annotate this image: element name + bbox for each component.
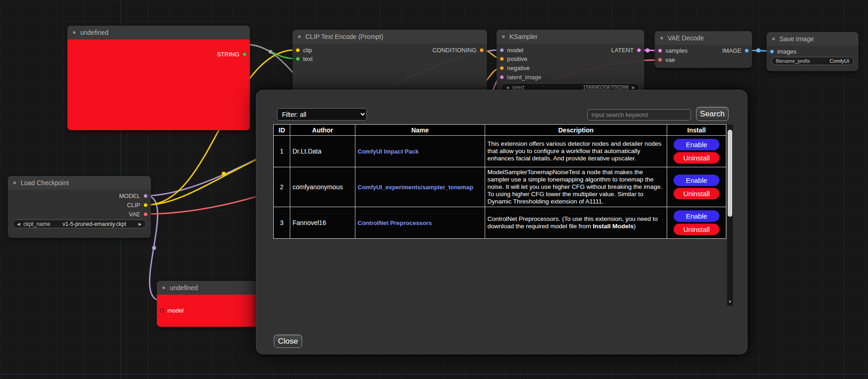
node-title: undefined	[80, 29, 109, 36]
node-title-bar[interactable]: VAE Decode	[655, 31, 752, 45]
extension-author: Fannovel16	[290, 207, 355, 239]
node-collapse-dot-icon[interactable]	[72, 30, 77, 35]
close-button[interactable]: Close	[274, 335, 302, 348]
extension-link[interactable]: ControlNet Preprocessors	[358, 220, 432, 226]
column-header-id: ID	[274, 125, 290, 136]
node-title: CLIP Text Encode (Prompt)	[305, 33, 383, 40]
input-label: latent_image	[507, 74, 541, 81]
output-port-model[interactable]	[144, 194, 148, 198]
input-label: negative	[507, 65, 530, 71]
increment-arrow-icon[interactable]: ▶	[632, 85, 635, 90]
node-title: Load Checkpoint	[21, 179, 69, 187]
table-row: 2 comfyanonymous ComfyUI_experiments/sam…	[274, 167, 726, 207]
extension-link[interactable]: ComfyUI Impact Pack	[358, 148, 419, 155]
node-graph-canvas[interactable]: undefined STRING CLIP Text Encode (Promp…	[0, 0, 868, 379]
enable-button[interactable]: Enable	[674, 139, 719, 150]
node-collapse-dot-icon[interactable]	[12, 181, 17, 185]
search-button[interactable]: Search	[696, 107, 729, 121]
widget-label: ckpt_name	[23, 221, 50, 227]
node-title: Save Image	[780, 35, 814, 43]
input-port-text[interactable]	[296, 57, 300, 61]
uninstall-button[interactable]: Uninstall	[674, 224, 719, 235]
filter-select[interactable]: Filter: all	[277, 108, 367, 121]
next-arrow-icon[interactable]: ▶	[138, 222, 142, 226]
ckpt-name-widget[interactable]: ◀ ckpt_name v1-5-pruned-emaonly.ckpt ▶	[12, 220, 146, 228]
input-label: images	[777, 48, 796, 55]
input-label: samples	[665, 47, 687, 54]
extension-description: ModelSamplerTonemapNoiseTest a node that…	[485, 167, 667, 207]
input-port-samples[interactable]	[658, 49, 662, 53]
filename-prefix-widget[interactable]: filename_prefix ComfyUI	[771, 57, 854, 65]
uninstall-button[interactable]: Uninstall	[674, 152, 719, 164]
output-port-latent[interactable]	[637, 48, 641, 52]
table-header-row: ID Author Name Description Install	[274, 125, 726, 136]
input-port-negative[interactable]	[500, 66, 504, 70]
scrollbar[interactable]: ▼	[727, 124, 733, 306]
node-title-bar[interactable]: Save Image	[767, 32, 858, 46]
widget-value: ComfyUI	[829, 58, 849, 64]
enable-button[interactable]: Enable	[674, 175, 719, 186]
scrollbar-thumb[interactable]	[728, 130, 732, 217]
install-models-bold: Install Models	[593, 223, 634, 230]
prev-arrow-icon[interactable]: ◀	[17, 222, 20, 226]
extension-id: 1	[274, 136, 290, 167]
node-load-checkpoint[interactable]: Load Checkpoint MODEL CLIP VAE ◀ ckpt_na…	[8, 176, 151, 238]
input-port-clip[interactable]	[296, 48, 300, 52]
extension-table-scroll-area[interactable]: ID Author Name Description Install 1 Dr.…	[273, 124, 733, 306]
extension-table: ID Author Name Description Install 1 Dr.…	[273, 124, 726, 239]
scroll-down-arrow-icon[interactable]: ▼	[727, 299, 733, 305]
node-title: KSampler	[509, 33, 537, 40]
canvas-axis-horizontal	[0, 374, 868, 374]
node-title-bar[interactable]: KSampler	[497, 30, 644, 44]
output-label: IMAGE	[722, 47, 741, 54]
input-port-vae[interactable]	[658, 58, 662, 62]
node-collapse-dot-icon[interactable]	[659, 36, 664, 40]
enable-button[interactable]: Enable	[674, 210, 719, 222]
node-collapse-dot-icon[interactable]	[501, 34, 506, 39]
node-title-bar[interactable]: undefined	[67, 26, 250, 39]
output-label: CLIP	[127, 202, 140, 209]
node-body: MODEL CLIP VAE ◀ ckpt_name v1-5-pruned-e…	[8, 190, 151, 238]
output-port-vae[interactable]	[144, 212, 148, 216]
input-port-latent-image[interactable]	[500, 75, 504, 79]
extension-author: Dr.Lt.Data	[290, 136, 355, 167]
node-title-bar[interactable]: Load Checkpoint	[8, 176, 151, 190]
node-undefined-bottom[interactable]: undefined model	[157, 281, 262, 327]
missing-node-body: model	[157, 295, 262, 327]
wire-string-to-text	[246, 44, 295, 59]
input-port-images[interactable]	[770, 49, 774, 54]
output-label: MODEL	[119, 192, 140, 199]
decrement-arrow-icon[interactable]: ◀	[506, 85, 509, 90]
widget-label: filename_prefix	[776, 58, 810, 64]
search-input[interactable]	[587, 109, 691, 121]
node-title-bar[interactable]: CLIP Text Encode (Prompt)	[293, 30, 487, 44]
input-label: model	[167, 307, 183, 314]
output-port-conditioning[interactable]	[480, 48, 484, 52]
input-label: vae	[665, 56, 675, 63]
extension-author: comfyanonymous	[290, 167, 355, 207]
custom-nodes-manager-dialog: Filter: all Search ID Author Name Descri…	[256, 90, 747, 354]
node-collapse-dot-icon[interactable]	[161, 286, 166, 290]
input-label: model	[507, 47, 523, 54]
extension-id: 2	[274, 167, 290, 207]
node-body: images filename_prefix ComfyUI	[767, 46, 858, 71]
node-vae-decode[interactable]: VAE Decode samples vae IMAGE	[655, 31, 752, 68]
output-label: LATENT	[611, 47, 634, 54]
node-collapse-dot-icon[interactable]	[297, 34, 302, 39]
node-save-image[interactable]: Save Image images filename_prefix ComfyU…	[767, 32, 858, 71]
node-collapse-dot-icon[interactable]	[771, 37, 776, 41]
uninstall-button[interactable]: Uninstall	[674, 188, 719, 199]
column-header-author: Author	[290, 125, 355, 136]
input-port-model[interactable]	[160, 308, 164, 313]
missing-node-body: STRING	[67, 39, 250, 130]
node-title-bar[interactable]: undefined	[157, 281, 262, 295]
node-undefined-top[interactable]: undefined STRING	[67, 26, 250, 130]
extension-description: This extension offers various detector n…	[485, 136, 667, 167]
output-label: STRING	[217, 51, 239, 58]
output-port-clip[interactable]	[144, 203, 148, 207]
output-port-image[interactable]	[745, 49, 749, 53]
input-port-model[interactable]	[500, 48, 504, 52]
extension-link[interactable]: ComfyUI_experiments/sampler_tonemap	[358, 184, 473, 191]
output-port-string[interactable]	[243, 52, 247, 56]
input-port-positive[interactable]	[500, 57, 504, 61]
